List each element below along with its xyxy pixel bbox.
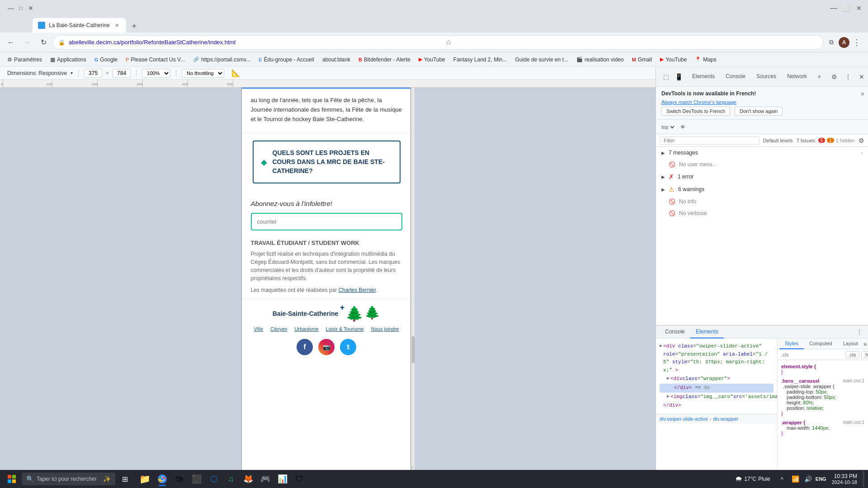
bookmark-about-blank[interactable]: about:blank xyxy=(319,56,354,64)
bookmark-maps[interactable]: 📍 Maps xyxy=(691,56,720,64)
address-bar[interactable]: 🔒 abelleville.decim.ca/portfolio/Refonte… xyxy=(52,35,824,50)
footer-nav-ville[interactable]: Ville xyxy=(254,326,263,332)
issue-no-verbose[interactable]: 🚫 No verbose xyxy=(656,207,868,219)
device-toolbar-dropdown-icon[interactable]: ▾ xyxy=(71,70,73,75)
viewport-scrollbar[interactable]: ≡ xyxy=(411,88,415,470)
scrollbar-thumb[interactable] xyxy=(412,336,415,363)
new-tab-button[interactable]: + xyxy=(128,20,141,33)
weather-widget[interactable]: 🌧 17°C Pluie xyxy=(731,475,774,483)
taskbar-vscode[interactable]: ⬡ xyxy=(206,471,222,487)
mobile-page-viewport[interactable]: au long de l'année, tels que la Fête de … xyxy=(241,88,411,470)
author-link[interactable]: Charles Bernier xyxy=(339,287,376,293)
minimize-button[interactable]: — xyxy=(7,5,14,12)
browser-tab-active[interactable]: 🌐 La Baie-Sainte-Catherine ✕ xyxy=(33,18,126,33)
volume-icon[interactable]: 🔊 xyxy=(803,474,814,484)
tab-elements[interactable]: Elements xyxy=(687,70,720,83)
device-toolbar-more-icon[interactable]: 📐 xyxy=(231,69,241,77)
notification-close-button[interactable]: × xyxy=(861,90,864,98)
bookmark-google[interactable]: G Google xyxy=(91,56,121,64)
issue-7-messages[interactable]: ▶ 7 messages › xyxy=(656,147,868,159)
forward-button[interactable]: → xyxy=(20,35,34,50)
notification-btn1[interactable]: Switch DevTools to French xyxy=(661,107,730,116)
bottom-tab-console[interactable]: Console xyxy=(660,326,690,338)
taskbar-store[interactable]: 🛍 xyxy=(171,471,188,487)
footer-nav-urbanisme[interactable]: Urbanisme xyxy=(294,326,318,332)
footer-nav-joindre[interactable]: Nous joindre xyxy=(371,326,399,332)
accordion-item[interactable]: ◆ QUELS SONT LES PROJETS EN COURS DANS L… xyxy=(253,141,401,183)
taskbar-search-bar[interactable]: 🔍 Taper ici pour rechercher ✨ xyxy=(22,473,115,485)
expand-icon[interactable]: ▶ xyxy=(660,343,662,350)
facebook-link[interactable]: f xyxy=(297,339,313,355)
taskbar-chrome[interactable] xyxy=(154,471,170,487)
layout-tab[interactable]: Layout xyxy=(838,338,863,349)
close-button[interactable]: ✕ xyxy=(27,5,34,12)
bookmark-guide[interactable]: Guide de survie en t... xyxy=(512,56,572,64)
back-button[interactable]: ← xyxy=(4,35,18,50)
notification-link[interactable]: Always match Chrome's language xyxy=(661,99,863,105)
instagram-link[interactable]: 📷 xyxy=(318,339,335,355)
viewport-width-input[interactable] xyxy=(84,69,102,78)
devtools-settings-button[interactable]: ⚙ xyxy=(828,70,841,83)
expand-icon[interactable]: ▶ xyxy=(667,393,670,400)
browser-minimize-button[interactable]: — xyxy=(828,3,839,14)
hover-button[interactable]: :hov xyxy=(861,351,868,358)
issue-1-error[interactable]: ▶ ✗ 1 error xyxy=(656,170,868,183)
computed-tab[interactable]: Computed xyxy=(804,338,838,349)
zoom-select[interactable]: 100% xyxy=(142,69,170,78)
filter-input[interactable] xyxy=(660,136,760,145)
tab-more[interactable]: » xyxy=(812,70,826,83)
styles-filter-input[interactable] xyxy=(781,352,844,357)
expand-icon[interactable]: ▶ xyxy=(667,375,670,382)
bookmark-applications[interactable]: ▦ Applications xyxy=(47,56,90,64)
profile-button[interactable]: A xyxy=(838,37,850,48)
taskbar-file-explorer[interactable]: 📁 xyxy=(137,471,153,487)
viewport-height-input[interactable] xyxy=(113,69,131,78)
maximize-button[interactable]: □ xyxy=(17,5,24,12)
notification-btn2[interactable]: Don't show again xyxy=(735,107,783,116)
devtools-more-button[interactable]: ⋮ xyxy=(842,70,854,83)
issue-no-user-messages[interactable]: 🚫 No user mess... xyxy=(656,159,868,170)
bookmark-portail[interactable]: 🔗 https://portail.csmv... xyxy=(189,56,254,64)
device-mode-button[interactable]: 📱 xyxy=(672,70,685,83)
inspect-element-button[interactable]: ⬚ xyxy=(660,70,672,83)
show-desktop-button[interactable] xyxy=(863,471,864,487)
task-view-button[interactable]: ⊞ xyxy=(117,471,133,487)
show-hidden-icons-button[interactable]: ^ xyxy=(778,474,787,483)
issues-settings-icon[interactable]: ⚙ xyxy=(859,137,864,144)
browser-menu-button[interactable]: ⋮ xyxy=(851,37,863,48)
footer-nav-citoyen[interactable]: Citoyen xyxy=(270,326,287,332)
bookmark-star[interactable]: ☆ xyxy=(445,35,818,50)
tab-console[interactable]: Console xyxy=(720,70,751,83)
browser-maximize-button[interactable]: ⬜ xyxy=(841,3,852,14)
styles-tab[interactable]: Styles xyxy=(779,338,804,349)
extensions-button[interactable]: ⧉ xyxy=(826,37,837,48)
issue-no-info[interactable]: 🚫 No info xyxy=(656,196,868,207)
network-icon[interactable]: 📶 xyxy=(790,474,801,484)
taskbar-firefox[interactable]: 🦊 xyxy=(240,471,256,487)
system-tray[interactable]: ^ xyxy=(776,474,788,483)
language-indicator[interactable]: ENG xyxy=(816,474,826,484)
newsletter-input[interactable] xyxy=(251,213,402,230)
bookmark-realisation[interactable]: 🎬 realisation video xyxy=(573,56,627,64)
bookmark-gmail[interactable]: M Gmail xyxy=(628,56,656,64)
context-select[interactable]: top xyxy=(660,124,676,130)
twitter-link[interactable]: 𝕥 xyxy=(340,339,356,355)
cls-button[interactable]: .cls xyxy=(845,351,859,358)
taskbar-other3[interactable]: 🛡 xyxy=(292,471,308,487)
bookmark-youtube2[interactable]: ▶ YouTube xyxy=(656,56,690,64)
bookmark-edu[interactable]: E Édu-groupe - Accueil xyxy=(255,56,318,64)
taskbar-spotify[interactable]: ♫ xyxy=(223,471,239,487)
styles-more-icon[interactable]: » xyxy=(863,340,867,347)
tab-network[interactable]: Network xyxy=(782,70,812,83)
tab-close-button[interactable]: ✕ xyxy=(113,22,121,29)
bookmark-youtube1[interactable]: ▶ YouTube xyxy=(415,56,449,64)
bottom-tab-elements[interactable]: Elements xyxy=(690,326,724,338)
tab-sources[interactable]: Sources xyxy=(751,70,782,83)
toggle-eyedropper-button[interactable]: 👁 xyxy=(678,123,688,131)
taskbar-other1[interactable]: 🎮 xyxy=(257,471,274,487)
taskbar-cmd[interactable]: ⬛ xyxy=(189,471,205,487)
browser-close-button[interactable]: ✕ xyxy=(854,3,864,14)
taskbar-clock[interactable]: 10:33 PM 2024-10-18 xyxy=(828,473,861,485)
bottom-panel-more-button[interactable]: ⋮ xyxy=(854,327,864,337)
footer-nav-loisir[interactable]: Loisir & Tourisme xyxy=(326,326,364,332)
